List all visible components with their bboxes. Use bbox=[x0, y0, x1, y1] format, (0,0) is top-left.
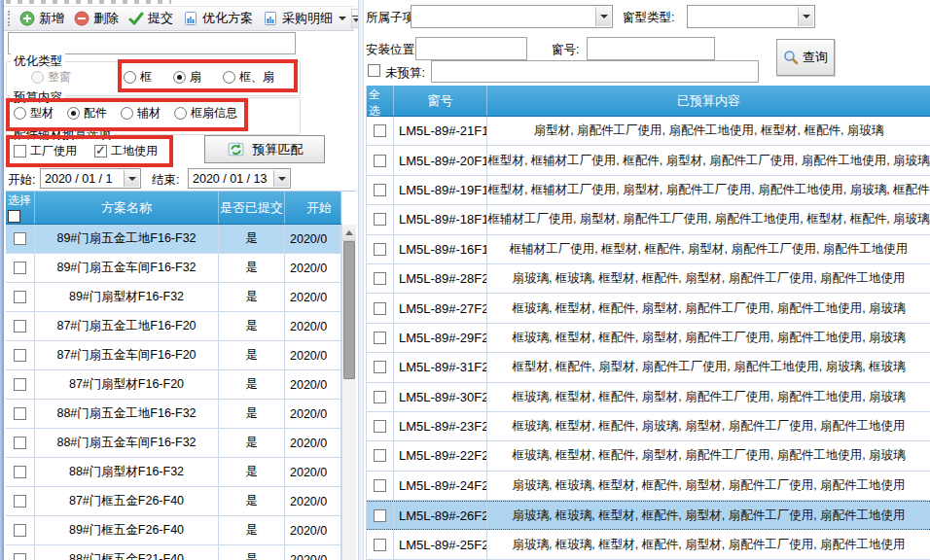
plan-name-cell: 89#门框五金F26-F40 bbox=[35, 516, 219, 544]
table-row[interactable]: 89#门框五金F26-F40是2020/0 bbox=[6, 516, 341, 545]
row-checkbox[interactable] bbox=[374, 479, 386, 492]
radio-accessory[interactable]: 配件 bbox=[67, 105, 107, 122]
row-checkbox[interactable] bbox=[14, 349, 26, 362]
start-column-header[interactable]: 开始 bbox=[285, 192, 341, 224]
row-checkbox[interactable] bbox=[374, 302, 386, 315]
row-checkbox[interactable] bbox=[374, 243, 386, 256]
row-checkbox[interactable] bbox=[14, 378, 26, 391]
scrollbar-thumb[interactable] bbox=[343, 241, 355, 379]
row-checkbox[interactable] bbox=[374, 509, 386, 522]
radio-sash[interactable]: 扇 bbox=[173, 69, 201, 86]
table-row[interactable]: LM5L-89#-20F18框型材, 框辅材工厂使用, 框配件, 扇型材, 扇配… bbox=[367, 146, 930, 175]
row-checkbox[interactable] bbox=[14, 553, 26, 560]
chevron-down-icon[interactable] bbox=[273, 170, 289, 187]
table-row[interactable]: LM5L-89#-24F22扇玻璃, 框玻璃, 框型材, 框配件, 扇型材, 扇… bbox=[367, 472, 930, 501]
window-no-column-header[interactable]: 窗号 bbox=[394, 86, 487, 116]
table-row[interactable]: LM5L-89#-29F27框玻璃, 框型材, 框配件, 扇型材, 扇配件工厂使… bbox=[367, 324, 930, 353]
radio-frame[interactable]: 框 bbox=[124, 69, 152, 86]
row-checkbox[interactable] bbox=[14, 320, 26, 332]
table-row[interactable]: LM5L-89#-30F28框玻璃, 框型材, 框配件, 扇型材, 扇配件工厂使… bbox=[367, 383, 930, 412]
window-no-input[interactable] bbox=[587, 37, 715, 60]
chevron-down-icon[interactable] bbox=[798, 7, 813, 26]
radio-frame-sash[interactable]: 框、扇 bbox=[223, 69, 274, 86]
submit-button[interactable]: 提交 bbox=[124, 8, 178, 29]
submitted-column-header[interactable]: 是否已提交 bbox=[219, 192, 285, 224]
table-row[interactable]: 89#门扇五金工地F16-F32是2020/0 bbox=[6, 225, 341, 254]
table-row[interactable]: LM5L-89#-21F19扇型材, 扇配件工厂使用, 扇配件工地使用, 框型材… bbox=[367, 117, 930, 146]
row-checkbox[interactable] bbox=[374, 539, 386, 551]
row-checkbox[interactable] bbox=[374, 332, 386, 344]
row-checkbox[interactable] bbox=[374, 272, 386, 285]
chevron-down-icon[interactable] bbox=[339, 17, 346, 20]
row-checkbox[interactable] bbox=[14, 466, 26, 478]
table-row[interactable]: LM5L-89#-28F26扇玻璃, 框玻璃, 框型材, 框配件, 扇型材, 扇… bbox=[367, 264, 930, 294]
table-row[interactable]: LM5L-89#-31F29框型材, 框配件, 扇型材, 扇配件工厂使用, 扇配… bbox=[367, 353, 930, 382]
radio-frame-sash-info[interactable]: 框扇信息 bbox=[174, 105, 237, 122]
row-checkbox[interactable] bbox=[374, 361, 386, 373]
purchase-detail-button[interactable]: 采购明细 bbox=[258, 8, 351, 29]
table-row[interactable]: LM5L-89#-18F16框辅材工厂使用, 扇型材, 扇配件工厂使用, 扇配件… bbox=[367, 205, 930, 234]
row-checkbox[interactable] bbox=[374, 213, 386, 226]
row-checkbox[interactable] bbox=[14, 407, 26, 420]
row-checkbox[interactable] bbox=[374, 449, 386, 462]
query-button[interactable]: 查询 bbox=[776, 39, 835, 76]
table-row[interactable]: LM5L-89#-22F20框玻璃, 框型材, 框配件, 扇型材, 扇配件工厂使… bbox=[367, 441, 930, 471]
row-checkbox[interactable] bbox=[14, 262, 26, 274]
install-position-input[interactable] bbox=[415, 37, 527, 60]
table-row[interactable]: LM5L-89#-23F21框玻璃, 框型材, 框配件, 扇玻璃, 扇型材, 扇… bbox=[367, 412, 930, 441]
checkbox-factory-use[interactable]: 工厂使用 bbox=[14, 143, 77, 159]
radio-whole-window[interactable]: 整窗 bbox=[31, 69, 71, 86]
optimize-plan-button[interactable]: 优化方案 bbox=[178, 8, 258, 29]
vertical-scrollbar[interactable] bbox=[341, 225, 356, 560]
table-row[interactable]: 88#门扇五金工地F16-F32是2020/0 bbox=[6, 400, 341, 429]
chevron-down-icon[interactable] bbox=[124, 170, 139, 187]
window-no-cell: LM5L-89#-18F16 bbox=[394, 205, 487, 233]
table-row[interactable]: LM5L-89#-25F23扇玻璃, 框玻璃, 框型材, 框配件, 扇型材, 扇… bbox=[367, 530, 930, 559]
table-row[interactable]: 87#门框五金F26-F40是2020/0 bbox=[6, 487, 341, 516]
row-checkbox[interactable] bbox=[374, 420, 386, 433]
radio-aux-material[interactable]: 辅材 bbox=[121, 105, 161, 122]
window-type-combo[interactable] bbox=[687, 5, 815, 28]
chevron-down-icon[interactable] bbox=[595, 7, 611, 26]
row-checkbox[interactable] bbox=[374, 184, 386, 196]
row-checkbox[interactable] bbox=[374, 124, 386, 137]
sub-item-combo[interactable] bbox=[411, 5, 613, 28]
select-all-checkbox[interactable] bbox=[8, 210, 20, 223]
row-checkbox[interactable] bbox=[14, 437, 26, 449]
row-checkbox[interactable] bbox=[374, 391, 386, 403]
budget-content-cell: 框型材, 框辅材工厂使用, 扇型材, 扇配件工厂使用, 扇配件工地使用, 扇玻璃… bbox=[487, 176, 930, 204]
plan-name-cell: 89#门扇五金车间F16-F32 bbox=[35, 254, 219, 282]
scroll-up-button[interactable] bbox=[342, 225, 356, 241]
toolbar-grip-handle[interactable] bbox=[8, 11, 10, 26]
table-row[interactable]: LM5L-89#-26F24扇玻璃, 框玻璃, 框型材, 框配件, 扇型材, 扇… bbox=[367, 501, 930, 530]
radio-profile[interactable]: 型材 bbox=[14, 105, 54, 122]
table-row[interactable]: 87#门扇五金工地F16-F20是2020/0 bbox=[6, 312, 341, 341]
table-row[interactable]: 87#门扇五金车间F16-F20是2020/0 bbox=[6, 341, 341, 370]
submitted-cell: 是 bbox=[219, 545, 285, 560]
table-row[interactable]: LM5L-89#-16F15框辅材工厂使用, 框型材, 框配件, 扇型材, 扇配… bbox=[367, 235, 930, 264]
plan-name-column-header[interactable]: 方案名称 bbox=[35, 192, 219, 224]
table-row[interactable]: LM5L-89#-27F25框玻璃, 框型材, 框配件, 扇型材, 扇配件工厂使… bbox=[367, 294, 930, 323]
no-budget-input[interactable] bbox=[431, 60, 759, 83]
row-checkbox[interactable] bbox=[14, 495, 26, 508]
add-button[interactable]: 新增 bbox=[15, 8, 69, 29]
row-checkbox[interactable] bbox=[374, 155, 386, 167]
end-date-picker[interactable]: 2020 / 01 / 13 bbox=[188, 168, 291, 189]
table-row[interactable]: 89#门扇五金车间F16-F32是2020/0 bbox=[6, 254, 341, 283]
budget-content-column-header[interactable]: 已预算内容 bbox=[487, 86, 930, 116]
row-checkbox[interactable] bbox=[14, 291, 26, 303]
no-budget-checkbox[interactable] bbox=[368, 64, 380, 77]
plan-search-input[interactable] bbox=[8, 32, 296, 54]
table-row[interactable]: 88#门框五金F21-F40是2020/0 bbox=[6, 545, 341, 560]
checkbox-site-use[interactable]: 工地使用 bbox=[94, 143, 158, 159]
delete-button[interactable]: 删除 bbox=[69, 8, 124, 29]
row-checkbox[interactable] bbox=[14, 524, 26, 537]
table-row[interactable]: 88#门扇型材F16-F32是2020/0 bbox=[6, 458, 341, 487]
start-date-picker[interactable]: 2020 / 01 / 1 bbox=[40, 168, 141, 189]
table-row[interactable]: LM5L-89#-19F17框型材, 框辅材工厂使用, 扇型材, 扇配件工厂使用… bbox=[367, 176, 930, 205]
budget-match-button[interactable]: 预算匹配 bbox=[204, 135, 325, 163]
table-row[interactable]: 87#门扇型材F16-F20是2020/0 bbox=[6, 370, 341, 400]
row-checkbox[interactable] bbox=[14, 232, 26, 245]
table-row[interactable]: 89#门扇型材F16-F32是2020/0 bbox=[6, 283, 341, 312]
table-row[interactable]: 88#门扇五金车间F16-F32是2020/0 bbox=[6, 429, 341, 458]
